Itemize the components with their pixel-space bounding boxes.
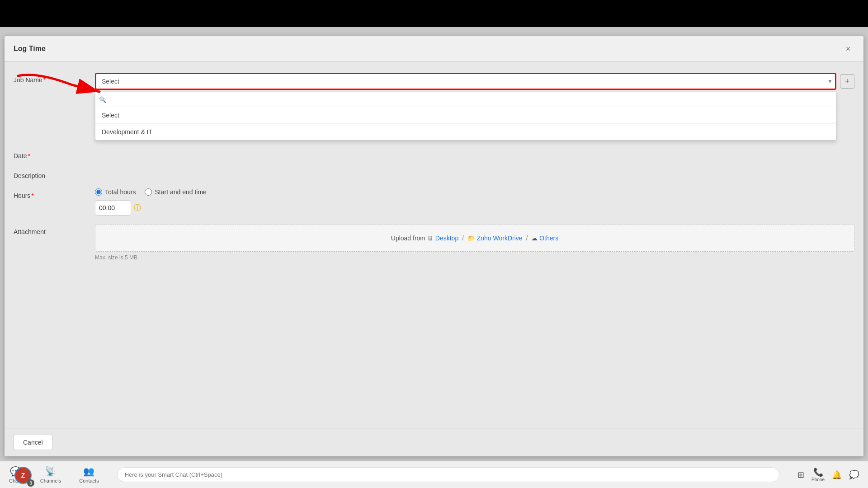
info-icon: ⓘ <box>134 203 141 213</box>
job-name-select-container: Select ▼ + <box>95 73 854 90</box>
dialog-title: Log Time <box>14 45 46 53</box>
dialog-body: Job Name* Select ▼ + 🔍 Select <box>5 62 863 428</box>
channels-icon: 📡 <box>45 466 56 477</box>
date-label: Date* <box>14 149 95 160</box>
dropdown-item-select[interactable]: Select <box>95 107 836 123</box>
attachment-row: Attachment Upload from 🖥 Desktop / 📁 Zoh… <box>14 225 854 261</box>
cancel-button[interactable]: Cancel <box>14 435 52 450</box>
phone-area[interactable]: 📞 Phone <box>811 467 825 482</box>
attachment-box[interactable]: Upload from 🖥 Desktop / 📁 Zoho WorkDrive… <box>95 225 854 252</box>
dropdown-search-input[interactable] <box>109 96 832 103</box>
bell-icon[interactable]: 🔔 <box>832 470 842 480</box>
grid-icon[interactable]: ⊞ <box>797 470 804 480</box>
workdrive-link[interactable]: Zoho WorkDrive <box>477 235 523 242</box>
job-name-field: Select ▼ + 🔍 Select Development & IT <box>95 73 854 90</box>
bottom-bar: 💬 Chats 📡 Channels 👥 Contacts ⊞ 📞 Phone … <box>0 461 868 488</box>
start-end-time-option[interactable]: Start and end time <box>145 188 206 196</box>
time-input-row: ⓘ <box>95 200 854 216</box>
description-row: Description <box>14 169 854 179</box>
job-name-select[interactable]: Select <box>95 73 836 90</box>
log-time-dialog: Log Time × Job Name* Select ▼ + <box>5 36 863 456</box>
job-name-label: Job Name* <box>14 73 95 84</box>
bottom-right-icons: ⊞ 📞 Phone 🔔 💭 <box>797 467 859 482</box>
smart-chat-input[interactable] <box>117 467 779 482</box>
nav-item-contacts[interactable]: 👥 Contacts <box>79 466 99 483</box>
add-job-button[interactable]: + <box>840 74 854 89</box>
hours-options: Total hours Start and end time <box>95 188 854 196</box>
dialog-header: Log Time × <box>5 36 863 62</box>
close-button[interactable]: × <box>842 42 854 55</box>
phone-icon: 📞 <box>813 467 823 477</box>
contacts-icon: 👥 <box>83 466 94 477</box>
desktop-link[interactable]: Desktop <box>435 235 458 242</box>
start-end-radio[interactable] <box>145 188 152 196</box>
description-label: Description <box>14 169 95 179</box>
notification-badge: 8 <box>27 479 34 487</box>
dropdown-item-dev-it[interactable]: Development & IT <box>95 124 836 140</box>
chat-bubble-icon[interactable]: 💭 <box>849 470 859 480</box>
workdrive-icon: 📁 <box>467 235 475 242</box>
total-hours-radio[interactable] <box>95 188 102 196</box>
job-name-row: Job Name* Select ▼ + 🔍 Select <box>14 73 854 90</box>
attachment-field: Upload from 🖥 Desktop / 📁 Zoho WorkDrive… <box>95 225 854 261</box>
search-icon: 🔍 <box>99 96 106 103</box>
others-link[interactable]: Others <box>539 235 558 242</box>
desktop-icon: 🖥 <box>427 235 434 242</box>
hours-field: Total hours Start and end time ⓘ <box>95 188 854 216</box>
upload-from-text: Upload from 🖥 Desktop / 📁 Zoho WorkDrive… <box>391 235 558 242</box>
dialog-footer: Cancel <box>5 428 863 456</box>
hours-label: Hours* <box>14 188 95 199</box>
cloud-icon: ☁ <box>531 235 538 242</box>
dropdown-search-row: 🔍 <box>95 92 836 107</box>
total-hours-option[interactable]: Total hours <box>95 188 136 196</box>
max-size-text: Max. size is 5 MB <box>95 254 854 261</box>
dropdown-panel: 🔍 Select Development & IT <box>95 92 836 141</box>
attachment-label: Attachment <box>14 225 95 235</box>
hours-row: Hours* Total hours Start and end time ⓘ <box>14 188 854 216</box>
avatar-area: Z 8 <box>14 467 33 486</box>
nav-item-channels[interactable]: 📡 Channels <box>40 466 61 483</box>
date-row: Date* <box>14 149 854 160</box>
time-input[interactable] <box>95 200 131 216</box>
